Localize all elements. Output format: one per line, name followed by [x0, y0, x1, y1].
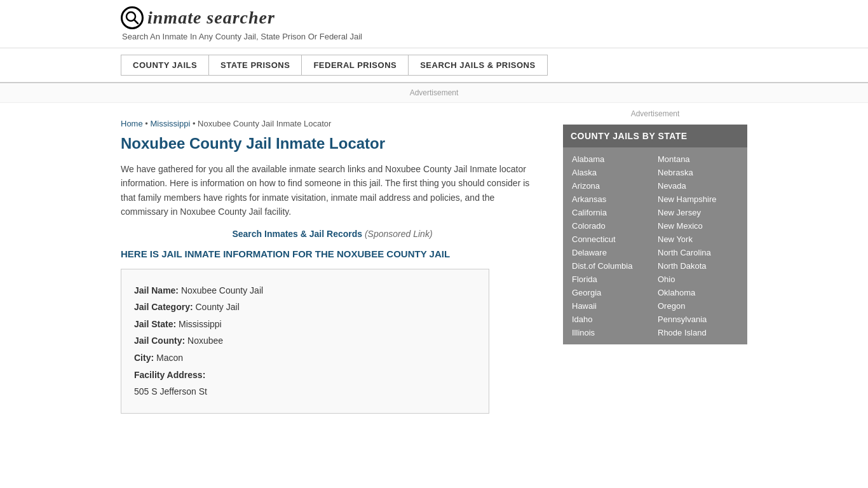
- page-title: Noxubee County Jail Inmate Locator: [121, 135, 544, 152]
- state-link-north-carolina[interactable]: North Carolina: [655, 246, 741, 259]
- tagline: Search An Inmate In Any County Jail, Sta…: [122, 32, 747, 41]
- sidebar: Advertisement COUNTY JAILS BY STATE Alab…: [563, 109, 747, 414]
- states-col1: AlabamaAlaskaArizonaArkansasCaliforniaCo…: [569, 152, 655, 339]
- nav-bar: COUNTY JAILS STATE PRISONS FEDERAL PRISO…: [0, 48, 868, 83]
- state-link-new-york[interactable]: New York: [655, 233, 741, 246]
- state-link-new-mexico[interactable]: New Mexico: [655, 219, 741, 233]
- state-link-delaware[interactable]: Delaware: [569, 246, 655, 259]
- jail-category-row: Jail Category: County Jail: [134, 299, 476, 316]
- jail-state-value: Mississippi: [179, 319, 222, 329]
- state-link-alaska[interactable]: Alaska: [569, 166, 655, 179]
- nav-item-state-prisons[interactable]: STATE PRISONS: [208, 55, 301, 76]
- logo-icon: [121, 6, 144, 29]
- main-layout: Home • Mississippi • Noxubee County Jail…: [0, 109, 868, 414]
- ad-bar: Advertisement: [0, 83, 868, 103]
- search-inmates-link[interactable]: Search Inmates & Jail Records: [232, 229, 362, 239]
- states-col2: MontanaNebraskaNevadaNew HampshireNew Je…: [655, 152, 741, 339]
- jail-address-value: 505 S Jefferson St: [134, 383, 476, 400]
- breadcrumb: Home • Mississippi • Noxubee County Jail…: [121, 119, 544, 128]
- state-link-florida[interactable]: Florida: [569, 273, 655, 286]
- state-link-montana[interactable]: Montana: [655, 152, 741, 166]
- nav-list: COUNTY JAILS STATE PRISONS FEDERAL PRISO…: [121, 55, 747, 76]
- jail-city-label: City:: [134, 353, 154, 363]
- jail-name-row: Jail Name: Noxubee County Jail: [134, 282, 476, 299]
- state-link-nebraska[interactable]: Nebraska: [655, 166, 741, 179]
- state-link-idaho[interactable]: Idaho: [569, 313, 655, 326]
- jail-county-value: Noxubee: [187, 336, 223, 346]
- page-description: We have gathered for you all the availab…: [121, 162, 544, 219]
- nav-link-county-jails[interactable]: COUNTY JAILS: [121, 55, 209, 76]
- state-link-georgia[interactable]: Georgia: [569, 286, 655, 299]
- breadcrumb-current: Noxubee County Jail Inmate Locator: [198, 119, 331, 128]
- logo-area: inmate searcher: [121, 6, 747, 29]
- jail-name-label: Jail Name:: [134, 285, 179, 295]
- state-link-california[interactable]: California: [569, 206, 655, 219]
- logo-text: inmate searcher: [147, 8, 275, 28]
- nav-link-federal-prisons[interactable]: FEDERAL PRISONS: [301, 55, 409, 76]
- nav-link-state-prisons[interactable]: STATE PRISONS: [208, 55, 302, 76]
- jail-category-label: Jail Category:: [134, 302, 193, 312]
- sidebar-ad: Advertisement: [563, 109, 747, 118]
- state-link-hawaii[interactable]: Hawaii: [569, 299, 655, 313]
- county-jails-title: COUNTY JAILS BY STATE: [563, 125, 747, 147]
- state-link-arkansas[interactable]: Arkansas: [569, 193, 655, 206]
- nav-item-federal-prisons[interactable]: FEDERAL PRISONS: [301, 55, 408, 76]
- state-link-oregon[interactable]: Oregon: [655, 299, 741, 313]
- nav-item-search[interactable]: SEARCH JAILS & PRISONS: [408, 55, 546, 76]
- header: inmate searcher Search An Inmate In Any …: [0, 0, 868, 48]
- sponsored-label: (Sponsored Link): [365, 229, 433, 239]
- nav-item-county-jails[interactable]: COUNTY JAILS: [121, 55, 208, 76]
- county-jails-box: COUNTY JAILS BY STATE AlabamaAlaskaArizo…: [563, 125, 747, 344]
- state-link-new-jersey[interactable]: New Jersey: [655, 206, 741, 219]
- jail-city-row: City: Macon: [134, 349, 476, 367]
- jail-address-row: Facility Address: 505 S Jefferson St: [134, 367, 476, 400]
- breadcrumb-state[interactable]: Mississippi: [150, 119, 190, 128]
- jail-state-label: Jail State:: [134, 319, 176, 329]
- jail-name-value: Noxubee County Jail: [181, 285, 263, 295]
- jail-city-value: Macon: [156, 353, 183, 363]
- state-link-nevada[interactable]: Nevada: [655, 179, 741, 193]
- jail-info-box: Jail Name: Noxubee County Jail Jail Cate…: [121, 269, 489, 414]
- nav-link-search[interactable]: SEARCH JAILS & PRISONS: [408, 55, 547, 76]
- state-link-north-dakota[interactable]: North Dakota: [655, 259, 741, 273]
- svg-line-1: [134, 20, 138, 24]
- jail-address-label: Facility Address:: [134, 370, 205, 380]
- state-link-pennsylvania[interactable]: Pennsylvania: [655, 313, 741, 326]
- content-area: Home • Mississippi • Noxubee County Jail…: [121, 109, 544, 414]
- states-grid: AlabamaAlaskaArizonaArkansasCaliforniaCo…: [563, 147, 747, 344]
- state-link-colorado[interactable]: Colorado: [569, 219, 655, 233]
- state-link-alabama[interactable]: Alabama: [569, 152, 655, 166]
- state-link-ohio[interactable]: Ohio: [655, 273, 741, 286]
- state-link-illinois[interactable]: Illinois: [569, 326, 655, 339]
- state-link-rhode-island[interactable]: Rhode Island: [655, 326, 741, 339]
- state-link-connecticut[interactable]: Connecticut: [569, 233, 655, 246]
- state-link-new-hampshire[interactable]: New Hampshire: [655, 193, 741, 206]
- state-link-oklahoma[interactable]: Oklahoma: [655, 286, 741, 299]
- jail-county-row: Jail County: Noxubee: [134, 332, 476, 349]
- jail-county-label: Jail County:: [134, 336, 185, 346]
- search-link-area: Search Inmates & Jail Records (Sponsored…: [121, 229, 544, 239]
- jail-state-row: Jail State: Mississippi: [134, 316, 476, 333]
- jail-category-value: County Jail: [195, 302, 239, 312]
- state-link-distof-columbia[interactable]: Dist.of Columbia: [569, 259, 655, 273]
- state-link-arizona[interactable]: Arizona: [569, 179, 655, 193]
- section-heading: HERE IS JAIL INMATE INFORMATION FOR THE …: [121, 248, 544, 259]
- breadcrumb-home[interactable]: Home: [121, 119, 143, 128]
